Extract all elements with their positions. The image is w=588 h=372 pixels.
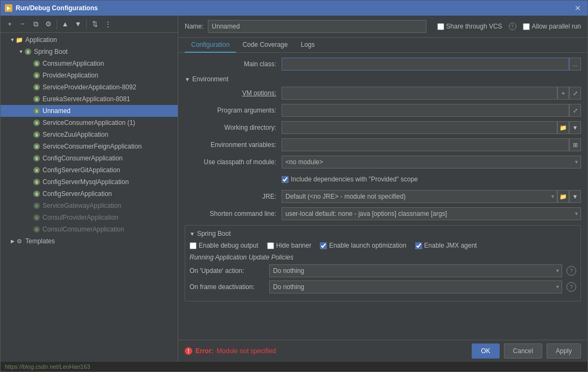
on-frame-help-button[interactable]: ? — [566, 282, 576, 292]
on-frame-row: On frame deactivation: Do nothing ▼ ? — [190, 280, 576, 293]
list-item[interactable]: S ConsumerApplication — [1, 58, 178, 69]
url-bar: https://blog.csdn.net/LeoHan163 — [1, 362, 587, 371]
vm-options-fullscreen-button[interactable]: ⤢ — [569, 87, 581, 100]
working-dir-browse-button[interactable]: 📁 — [557, 121, 569, 134]
include-deps-checkbox[interactable] — [282, 176, 289, 183]
tab-code-coverage[interactable]: Code Coverage — [236, 38, 294, 53]
config-tree: ▼ 📁 Application ▼ S Spring Boot S Consum… — [1, 33, 178, 362]
app-icon-provider: S — [33, 72, 40, 79]
app-label-consulprovider: ConsulProviderApplication — [43, 214, 118, 221]
move-up-button[interactable]: ▲ — [59, 18, 71, 30]
bottom-bar: ! Error: Module not specified OK Cancel … — [178, 340, 587, 362]
classpath-select-wrapper: <no module> ▼ — [282, 156, 581, 169]
app-label-serviceconsumerfeign: ServiceConsumerFeignApplication — [43, 143, 142, 150]
list-item[interactable]: S ProviderApplication — [1, 69, 178, 81]
list-item[interactable]: S ServiceConsumerApplication (1) — [1, 117, 178, 129]
close-button[interactable]: ✕ — [572, 3, 583, 13]
on-update-select[interactable]: Do nothing — [269, 264, 562, 277]
list-item[interactable]: S ConfigServerGitApplication — [1, 164, 178, 176]
tree-group-springboot[interactable]: ▼ S Spring Boot — [1, 46, 178, 58]
main-content: + − ⧉ ⚙ ▲ ▼ ⇅ ⋮ ▼ 📁 Application — [1, 16, 587, 362]
more-button[interactable]: ⋮ — [102, 18, 114, 30]
edit-config-button[interactable]: ⚙ — [43, 18, 54, 30]
working-dir-expand-button[interactable]: ▼ — [569, 121, 581, 134]
environment-arrow-icon: ▼ — [185, 76, 190, 82]
env-vars-input-group: ⊞ — [282, 138, 581, 151]
vm-options-input[interactable] — [282, 87, 557, 100]
launch-opt-checkbox[interactable] — [320, 242, 327, 249]
dialog-title: Run/Debug Configurations — [16, 4, 98, 12]
app-label-eurekaserver8081: EurekaServerApplication-8081 — [43, 95, 130, 103]
list-item[interactable]: S ConfigConsumerApplication — [1, 152, 178, 164]
list-item[interactable]: S EurekaServerApplication-8081 — [1, 93, 178, 105]
cancel-button[interactable]: Cancel — [504, 343, 542, 359]
apply-button[interactable]: Apply — [547, 343, 581, 359]
hide-banner-checkbox[interactable] — [267, 242, 274, 249]
include-deps-row: Include dependencies with "Provided" sco… — [185, 172, 581, 186]
app-icon-configservergit: S — [33, 166, 40, 174]
app-icon-servicezuul: S — [33, 131, 40, 138]
add-config-button[interactable]: + — [4, 18, 16, 30]
vm-options-expand-button[interactable]: + — [557, 87, 569, 100]
working-dir-input-group: 📁 ▼ — [282, 121, 581, 134]
config-panel: Main class: … ▼ Environment VM options: — [178, 53, 587, 340]
error-text: Module not specified — [216, 347, 276, 355]
main-class-browse-button[interactable]: … — [569, 58, 581, 71]
list-item[interactable]: S ConsulConsumerApplication — [1, 223, 178, 235]
allow-parallel-checkbox[interactable] — [523, 23, 530, 30]
list-item[interactable]: S ServiceZuulApplication — [1, 129, 178, 141]
remove-config-button[interactable]: − — [17, 18, 29, 30]
sort-button[interactable]: ⇅ — [89, 18, 101, 30]
list-item[interactable]: S ConsulProviderApplication — [1, 212, 178, 223]
jre-browse-button[interactable]: 📁 — [557, 190, 569, 203]
classpath-select[interactable]: <no module> — [282, 156, 581, 169]
title-bar: ▶ Run/Debug Configurations ✕ — [1, 1, 587, 16]
list-item[interactable]: S ServiceGatewayApplication — [1, 200, 178, 212]
main-class-input[interactable] — [282, 58, 569, 71]
share-vcs-checkbox[interactable] — [437, 23, 444, 30]
expand-arrow-springboot: ▼ — [18, 48, 24, 55]
env-vars-edit-button[interactable]: ⊞ — [569, 138, 581, 151]
list-item[interactable]: S ConfigServerMysqlApplication — [1, 176, 178, 188]
list-item[interactable]: S ConfigServerApplication — [1, 188, 178, 200]
working-dir-input[interactable] — [282, 121, 557, 134]
list-item[interactable]: S ServiceConsumerFeignApplication — [1, 141, 178, 152]
app-icon-unnamed: S — [33, 107, 40, 115]
tab-logs[interactable]: Logs — [294, 38, 321, 53]
on-frame-select-wrapper: Do nothing ▼ — [269, 280, 562, 293]
hide-banner-label: Hide banner — [267, 242, 311, 249]
jre-expand-button[interactable]: ▼ — [569, 190, 581, 203]
on-update-help-button[interactable]: ? — [566, 266, 576, 276]
on-frame-select[interactable]: Do nothing — [269, 280, 562, 293]
ok-button[interactable]: OK — [472, 343, 499, 359]
tree-section-templates[interactable]: ▶ ⚙ Templates — [1, 235, 178, 247]
tree-item-unnamed[interactable]: S Unnamed — [1, 105, 178, 117]
copy-config-button[interactable]: ⧉ — [30, 18, 41, 30]
shorten-cmd-label: Shorten command line: — [185, 210, 282, 217]
list-item[interactable]: S ServiceProviderApplication-8092 — [1, 81, 178, 93]
name-input[interactable] — [208, 20, 426, 33]
main-class-row: Main class: … — [185, 57, 581, 71]
toolbar-separator-2 — [86, 19, 87, 29]
name-field-label: Name: — [185, 23, 204, 30]
jre-label: JRE: — [185, 193, 282, 200]
jmx-agent-checkbox[interactable] — [415, 242, 422, 249]
move-down-button[interactable]: ▼ — [72, 18, 84, 30]
tree-section-application[interactable]: ▼ 📁 Application — [1, 34, 178, 46]
app-label-consumer: ConsumerApplication — [43, 60, 104, 67]
error-icon: ! — [185, 347, 192, 355]
program-args-input[interactable] — [282, 104, 569, 117]
shorten-cmd-select[interactable]: user-local default: none - java [options… — [282, 207, 581, 220]
app-label-provider: ProviderApplication — [43, 72, 98, 79]
debug-output-checkbox[interactable] — [190, 242, 197, 249]
shorten-cmd-select-wrapper: user-local default: none - java [options… — [282, 207, 581, 220]
share-vcs-help-icon[interactable]: ? — [509, 23, 516, 30]
jre-select[interactable]: Default (<no JRE> - module not specified… — [282, 190, 557, 203]
right-panel: Name: Share through VCS ? Allow parallel… — [178, 16, 587, 362]
program-args-expand-button[interactable]: ⤢ — [569, 104, 581, 117]
env-vars-row: Environment variables: ⊞ — [185, 138, 581, 152]
allow-parallel-label: Allow parallel run — [523, 23, 581, 30]
springboot-section-header: ▼ Spring Boot — [190, 230, 576, 237]
env-vars-input[interactable] — [282, 138, 569, 151]
tab-configuration[interactable]: Configuration — [185, 38, 236, 53]
